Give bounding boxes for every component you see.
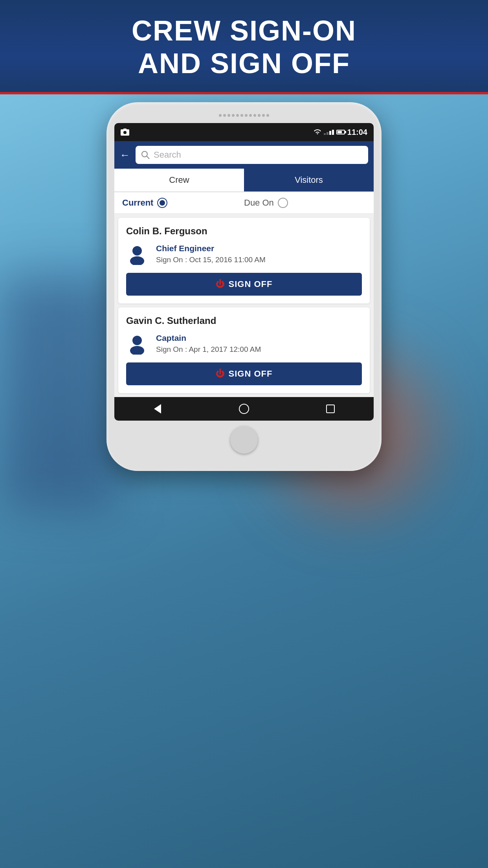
sign-off-label-1: SIGN OFF [229,369,273,379]
crew-name-0: Colin B. Ferguson [126,226,362,237]
crew-signin-1: Sign On : Apr 1, 2017 12:00 AM [156,345,261,354]
header-banner: CREW SIGN-ON AND SIGN OFF [0,0,488,94]
svg-rect-2 [123,129,127,130]
back-button[interactable]: ← [120,149,130,161]
filter-row: Current Due On [114,192,374,214]
avatar-icon-1 [126,333,148,355]
svg-point-7 [132,336,142,345]
avatar-icon-0 [126,243,148,265]
svg-point-1 [123,131,127,134]
speaker-dots [114,114,374,117]
phone-wrapper: 11:04 ← Search Crew Visitors [106,102,382,471]
sign-off-button-1[interactable]: ⏻ SIGN OFF [126,362,362,385]
crew-card-1: Gavin C. Sutherland Captain Sign On : Ap… [118,307,370,393]
crew-name-1: Gavin C. Sutherland [126,315,362,326]
status-bar: 11:04 [114,123,374,141]
photo-icon [121,129,129,136]
battery-icon [336,130,345,134]
filter-dueon-label: Due On [244,198,274,208]
status-left [121,129,129,136]
filter-current-label: Current [122,198,153,208]
signal-bars [324,130,334,135]
search-box[interactable]: Search [136,146,368,164]
status-time: 11:04 [347,128,367,137]
crew-details-0: Chief Engineer Sign On : Oct 15, 2016 11… [156,244,266,264]
nav-home-button[interactable] [236,401,252,417]
phone-screen: 11:04 ← Search Crew Visitors [114,123,374,421]
sign-off-icon-0: ⏻ [216,279,225,289]
nav-back-tri [154,404,161,414]
sign-off-icon-1: ⏻ [216,369,225,379]
search-icon [141,151,150,159]
home-button[interactable] [230,426,258,454]
svg-point-6 [130,256,144,265]
tabs: Crew Visitors [114,169,374,192]
svg-point-5 [132,246,142,256]
crew-role-1: Captain [156,333,261,343]
sign-off-button-0[interactable]: ⏻ SIGN OFF [126,273,362,296]
radio-current-fill [160,200,165,206]
nav-home-circle [239,404,249,414]
nav-recent-sq [326,405,335,413]
header-red-line [0,92,488,94]
crew-list: Colin B. Ferguson Chief Engineer Sign On… [114,214,374,397]
crew-info-1: Captain Sign On : Apr 1, 2017 12:00 AM [126,333,362,355]
radio-current[interactable] [157,198,167,208]
nav-back-button[interactable] [150,401,165,417]
tab-crew[interactable]: Crew [114,169,244,191]
filter-dueon[interactable]: Due On [244,198,366,208]
search-placeholder: Search [154,150,181,160]
header-title: CREW SIGN-ON AND SIGN OFF [132,15,356,80]
svg-point-3 [142,151,147,157]
crew-signin-0: Sign On : Oct 15, 2016 11:00 AM [156,256,266,264]
nav-recent-button[interactable] [323,401,338,417]
radio-dueon[interactable] [278,198,288,208]
crew-info-0: Chief Engineer Sign On : Oct 15, 2016 11… [126,243,362,265]
svg-line-4 [147,156,149,159]
crew-card-0: Colin B. Ferguson Chief Engineer Sign On… [118,218,370,303]
status-right: 11:04 [314,128,367,137]
filter-current[interactable]: Current [122,198,244,208]
bg-blur-blue [0,275,118,511]
tab-visitors[interactable]: Visitors [244,169,374,191]
crew-role-0: Chief Engineer [156,244,266,253]
app-header: ← Search [114,141,374,169]
wifi-icon [314,129,321,135]
bottom-nav [114,397,374,421]
svg-point-8 [130,346,144,355]
phone-outer: 11:04 ← Search Crew Visitors [106,102,382,471]
crew-details-1: Captain Sign On : Apr 1, 2017 12:00 AM [156,333,261,354]
sign-off-label-0: SIGN OFF [229,279,273,289]
